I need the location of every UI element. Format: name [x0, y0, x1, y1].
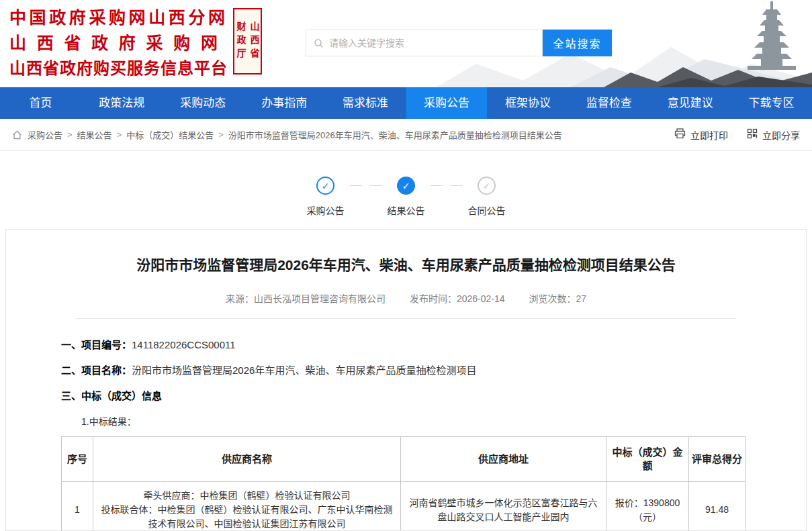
table-header-cell-address: 供应商地址: [401, 437, 606, 482]
seal-text-col-2: 财政厅: [235, 21, 247, 62]
nav-item-policy[interactable]: 政策法规: [81, 87, 163, 119]
nav-item-supervision[interactable]: 监督检查: [568, 87, 649, 119]
step-pending-check-icon: ✓: [478, 177, 496, 195]
search-icon: [314, 38, 324, 48]
step-label: 合同公告: [468, 203, 506, 217]
nav-item-procurement-notices[interactable]: 采购公告: [406, 87, 488, 119]
nav-item-procurement-news[interactable]: 采购动态: [163, 87, 244, 119]
breadcrumb-separator: >: [218, 130, 224, 140]
site-header: 中国政府采购网山西分网 山西省政府采购网 山西省政府购买服务信息平台 山西省 财…: [0, 0, 812, 87]
main-nav: 首页 政策法规 采购动态 办事指南 需求标准 采购公告 框架协议 监督检查 意见…: [0, 87, 812, 119]
nav-item-home[interactable]: 首页: [0, 87, 81, 119]
step-label: 结果公告: [388, 203, 425, 217]
supplier-consortium-line: 投标联合体：中检集团（鹤壁）检验认证有限公司、广东中认华南检测技术有限公司、中国…: [99, 503, 395, 531]
award-result-table: 序号 供应商名称 供应商地址 中标（成交）金额 评审总得分 1 牵头供应商：中检…: [61, 436, 746, 531]
nav-item-framework-agreement[interactable]: 框架协议: [487, 87, 568, 119]
section-award-info: 三、中标（成交）信息: [61, 389, 746, 403]
step-contract-notice: ✓ 合同公告: [464, 177, 510, 217]
nav-item-demand-standards[interactable]: 需求标准: [325, 87, 406, 119]
section-project-number: 一、项目编号：1411822026CCS00011: [61, 338, 746, 352]
breadcrumb-separator: >: [117, 130, 122, 140]
table-cell-score: 91.48: [689, 482, 746, 531]
share-label: 立即分享: [762, 128, 800, 142]
table-header-cell-amount: 中标（成交）金额: [606, 437, 689, 482]
breadcrumb-current-page: 汾阳市市场监督管理局2026年车用汽、柴油、车用尿素产品质量抽检检测项目结果公告: [228, 128, 562, 141]
step-connector: [429, 185, 464, 217]
print-button[interactable]: 立即打印: [674, 128, 728, 142]
nav-item-service-guide[interactable]: 办事指南: [244, 87, 325, 119]
site-logo[interactable]: 中国政府采购网山西分网 山西省政府采购网 山西省政府购买服务信息平台: [9, 5, 230, 81]
print-label: 立即打印: [690, 128, 728, 142]
table-cell-amount: 报价：1390800（元）: [606, 482, 689, 531]
home-icon[interactable]: [12, 130, 22, 140]
table-cell-no: 1: [62, 482, 93, 531]
site-search: 全站搜索: [306, 30, 612, 56]
step-done-check-icon: ✓: [316, 177, 334, 195]
article-meta: 来源：山西长泓项目管理咨询有限公司 发布时间：2026-02-14 浏览次数：2…: [6, 291, 806, 305]
printer-icon: [674, 128, 686, 141]
section-project-name: 二、项目名称：汾阳市市场监督管理局2026年车用汽、柴油、车用尿素产品质量抽检检…: [61, 363, 746, 377]
article-title: 汾阳市市场监督管理局2026年车用汽、柴油、车用尿素产品质量抽检检测项目结果公告: [6, 255, 806, 275]
supplier-lead-line: 牵头供应商：中检集团（鹤壁）检验认证有限公司: [99, 489, 395, 503]
article-view-count: 浏览次数：27: [529, 293, 586, 304]
table-header-cell-score: 评审总得分: [689, 437, 746, 482]
notice-progress-steps: ✓ 采购公告 ✓ 结果公告 ✓ 合同公告: [0, 151, 812, 217]
article-body: 一、项目编号：1411822026CCS00011 二、项目名称：汾阳市市场监督…: [6, 319, 806, 531]
breadcrumb-separator: >: [67, 130, 73, 140]
step-label: 采购公告: [307, 203, 345, 217]
search-input-wrap: [306, 30, 543, 56]
breadcrumb-item-notices[interactable]: 采购公告: [28, 128, 62, 141]
share-icon: [747, 128, 758, 141]
step-connector: [349, 185, 384, 217]
page-tools: 立即打印 立即分享: [674, 128, 800, 142]
breadcrumb-item-results[interactable]: 结果公告: [77, 128, 112, 141]
article-panel: 汾阳市市场监督管理局2026年车用汽、柴油、车用尿素产品质量抽检检测项目结果公告…: [5, 229, 807, 531]
step-procurement-notice: ✓ 采购公告: [303, 177, 349, 217]
step-result-notice: ✓ 结果公告: [384, 177, 429, 217]
share-button[interactable]: 立即分享: [747, 128, 800, 142]
nav-item-feedback[interactable]: 意见建议: [649, 87, 731, 119]
step-current-check-icon: ✓: [397, 177, 415, 195]
table-cell-address: 河南省鹤壁市城乡一体化示范区富春江路与六盘山路交叉口人工智能产业园内: [401, 482, 606, 531]
nav-item-downloads[interactable]: 下载专区: [731, 87, 812, 119]
search-button[interactable]: 全站搜索: [543, 30, 612, 56]
table-header-row: 序号 供应商名称 供应商地址 中标（成交）金额 评审总得分: [62, 437, 746, 482]
article-publish-time: 发布时间：2026-02-14: [410, 293, 505, 304]
site-logo-line-1: 中国政府采购网山西分网: [9, 5, 230, 30]
breadcrumb: 采购公告 > 结果公告 > 中标（成交）结果公告 > 汾阳市市场监督管理局202…: [0, 119, 812, 151]
table-header-cell-supplier: 供应商名称: [93, 437, 401, 482]
site-logo-line-3: 山西省政府购买服务信息平台: [9, 56, 230, 81]
breadcrumb-item-award-results[interactable]: 中标（成交）结果公告: [126, 128, 214, 141]
search-input[interactable]: [329, 38, 542, 48]
seal-text-col-1: 山西省: [249, 21, 261, 62]
table-header-cell-no: 序号: [62, 437, 93, 482]
site-logo-line-2: 山西省政府采购网: [9, 30, 230, 56]
article-source: 来源：山西长泓项目管理咨询有限公司: [226, 293, 386, 304]
table-row: 1 牵头供应商：中检集团（鹤壁）检验认证有限公司 投标联合体：中检集团（鹤壁）检…: [62, 482, 746, 531]
table-cell-supplier: 牵头供应商：中检集团（鹤壁）检验认证有限公司 投标联合体：中检集团（鹤壁）检验认…: [93, 482, 401, 531]
award-result-item-label: 1.中标结果：: [81, 414, 746, 428]
finance-department-seal: 山西省 财政厅: [233, 8, 262, 75]
